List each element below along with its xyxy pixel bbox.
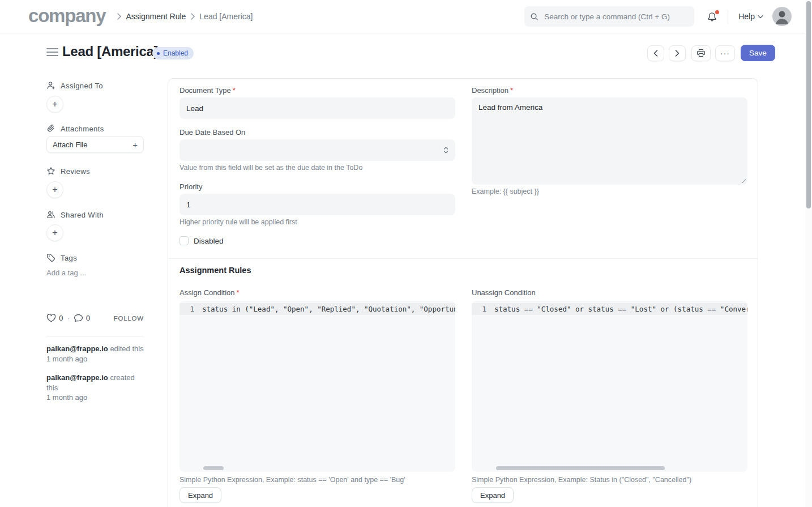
print-button[interactable] [691, 45, 711, 61]
horizontal-scrollbar-thumb[interactable] [496, 466, 665, 470]
status-badge: Enabled [152, 47, 194, 59]
activity-edited: palkan@frappe.io edited this 1 month ago [46, 344, 147, 364]
chevron-right-icon [117, 13, 121, 20]
priority-input[interactable]: 1 [180, 194, 455, 215]
attach-file-button[interactable]: Attach File + [46, 136, 144, 153]
activity-created: palkan@frappe.io created this 1 month ag… [46, 373, 147, 403]
assign-condition-editor[interactable]: 1 status in ("Lead", "Open", "Replied", … [180, 301, 455, 472]
paperclip-icon [46, 124, 61, 133]
sidebar-toggle-button[interactable] [46, 48, 58, 58]
next-document-button[interactable] [669, 45, 686, 61]
page-scrollbar-thumb[interactable] [806, 1, 811, 208]
likes-count[interactable]: 0 [59, 314, 63, 322]
comment-icon[interactable] [74, 314, 83, 322]
assigned-to-label: Assigned To [61, 82, 103, 90]
assign-condition-label: Assign Condition* [180, 288, 240, 297]
comments-count[interactable]: 0 [86, 314, 91, 322]
sidebar-divider [46, 336, 144, 336]
activity-user: palkan@frappe.io [46, 344, 108, 353]
description-label: Description* [472, 86, 513, 95]
heart-icon[interactable] [46, 314, 56, 322]
document-type-label: Document Type* [180, 86, 236, 95]
add-review-button[interactable]: + [46, 181, 63, 198]
notification-dot [715, 10, 719, 14]
due-date-label: Due Date Based On [180, 128, 245, 137]
code-line: 1 status == "Closed" or status == "Lost"… [472, 303, 747, 315]
attachments-section: Attachments [46, 124, 104, 133]
add-tag-input[interactable]: Add a tag ... [46, 269, 86, 277]
company-logo[interactable]: company [28, 6, 105, 25]
assign-expand-button[interactable]: Expand [180, 487, 221, 503]
disabled-checkbox-row[interactable]: Disabled [180, 236, 224, 245]
assigned-to-section: Assigned To [46, 81, 103, 90]
line-number: 1 [472, 305, 494, 313]
chevron-right-icon [190, 13, 195, 20]
reviews-label: Reviews [61, 167, 90, 176]
activity-action: edited this [108, 344, 144, 353]
follow-button[interactable]: FOLLOW [114, 315, 144, 322]
document-type-input[interactable]: Lead [180, 97, 455, 119]
required-asterisk: * [510, 86, 513, 95]
navbar-divider [728, 10, 728, 23]
priority-help: Higher priority rule will be applied fir… [180, 218, 297, 226]
tags-label: Tags [61, 254, 77, 262]
line-number: 1 [180, 305, 202, 313]
activity-time: 1 month ago [46, 393, 147, 403]
breadcrumb-current[interactable]: Lead [America] [199, 12, 253, 21]
unassign-condition-help: Simple Python Expression, Example: Statu… [472, 476, 691, 484]
tag-icon [46, 253, 61, 262]
unassign-condition-editor[interactable]: 1 status == "Closed" or status == "Lost"… [472, 301, 747, 472]
add-assignment-button[interactable]: + [46, 96, 63, 113]
required-asterisk: * [237, 288, 240, 297]
save-button[interactable]: Save [741, 45, 775, 61]
description-help: Example: {{ subject }} [472, 188, 539, 195]
resize-handle[interactable] [740, 177, 746, 183]
social-row: 0 · 0 FOLLOW [46, 314, 144, 322]
attachments-label: Attachments [61, 125, 104, 133]
user-avatar[interactable] [772, 7, 792, 26]
disabled-checkbox[interactable] [180, 236, 189, 245]
priority-label: Priority [180, 182, 202, 191]
section-divider [168, 258, 758, 259]
reviews-section: Reviews [46, 167, 90, 176]
page-title: Lead [America] [62, 44, 158, 59]
chevron-down-icon [755, 15, 763, 19]
assignment-rules-title: Assignment Rules [180, 266, 251, 275]
more-menu-button[interactable]: ··· [715, 45, 735, 61]
help-menu[interactable]: Help [738, 12, 763, 21]
breadcrumb: Assignment Rule Lead [America] [112, 12, 253, 21]
printer-icon [696, 49, 706, 57]
disabled-checkbox-label: Disabled [194, 237, 224, 245]
help-label: Help [738, 12, 755, 21]
horizontal-scrollbar-thumb[interactable] [203, 466, 224, 470]
global-search[interactable] [524, 6, 694, 27]
attach-file-label: Attach File [53, 140, 87, 149]
user-plus-icon [46, 81, 61, 90]
tags-section: Tags [46, 253, 77, 262]
select-stepper-icon [443, 146, 448, 154]
search-icon [530, 12, 539, 21]
page-scrollbar[interactable] [805, 0, 812, 507]
activity-time: 1 month ago [46, 354, 147, 364]
shared-with-label: Shared With [61, 211, 104, 219]
top-navbar: company Assignment Rule Lead [America] H… [0, 0, 805, 33]
search-input[interactable] [543, 12, 689, 22]
add-share-button[interactable]: + [46, 224, 63, 241]
shared-with-section: Shared With [46, 210, 104, 219]
header-actions: ··· Save [647, 45, 775, 61]
unassign-expand-button[interactable]: Expand [472, 487, 514, 503]
required-asterisk: * [233, 86, 236, 95]
due-date-select[interactable] [180, 139, 455, 161]
plus-icon: + [133, 140, 138, 150]
due-date-help: Value from this field will be set as the… [180, 164, 362, 172]
description-textarea[interactable]: Lead from America [472, 97, 747, 185]
previous-document-button[interactable] [647, 45, 664, 61]
status-badge-label: Enabled [163, 49, 188, 57]
status-dot-icon [157, 52, 160, 55]
notifications-button[interactable] [707, 11, 717, 22]
code-line: 1 status in ("Lead", "Open", "Replied", … [180, 303, 455, 315]
breadcrumb-assignment-rule[interactable]: Assignment Rule [126, 12, 186, 21]
form-card: Document Type* Lead Due Date Based On Va… [168, 78, 758, 507]
code-text: status in ("Lead", "Open", "Replied", "Q… [202, 305, 455, 313]
code-text: status == "Closed" or status == "Lost" o… [494, 305, 747, 313]
